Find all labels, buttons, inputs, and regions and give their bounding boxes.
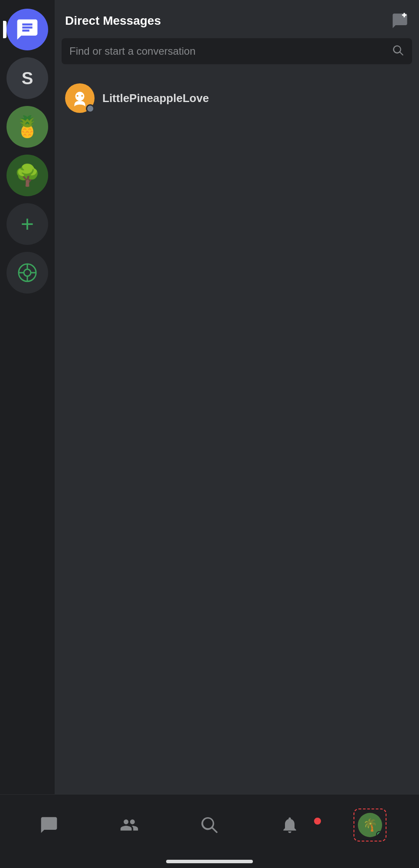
server-icon-pineapple[interactable]: 🍍 — [7, 106, 48, 148]
search-icon — [392, 44, 404, 58]
svg-point-7 — [77, 95, 79, 97]
server-icon-s[interactable]: S — [7, 57, 48, 99]
svg-point-8 — [81, 95, 83, 97]
bottom-nav-home[interactable] — [9, 811, 89, 839]
svg-point-6 — [75, 92, 85, 101]
dm-panel-header: Direct Messages — [55, 0, 419, 38]
bottom-nav-search[interactable] — [169, 811, 249, 839]
profile-badge-wrap: 🌴 — [354, 809, 386, 842]
home-bar — [166, 860, 253, 863]
page-title: Direct Messages — [65, 14, 161, 28]
bottom-nav-friends[interactable] — [89, 811, 169, 839]
server-icon-add[interactable]: + — [7, 203, 48, 245]
search-input[interactable] — [69, 45, 387, 57]
dm-username: LittlePineappleLove — [102, 92, 209, 105]
search-bar[interactable] — [62, 38, 412, 64]
notification-badge — [313, 816, 322, 826]
dm-panel: Direct Messages — [55, 0, 419, 794]
bottom-nav: 🌴 — [0, 794, 419, 855]
profile-online-indicator — [376, 831, 382, 837]
dm-avatar-wrap — [65, 83, 95, 113]
dm-list-item[interactable]: LittlePineappleLove — [58, 76, 416, 120]
profile-avatar: 🌴 — [358, 813, 382, 837]
dm-list: LittlePineappleLove — [55, 73, 419, 794]
home-indicator — [0, 855, 419, 868]
status-badge — [86, 104, 95, 113]
new-dm-button[interactable] — [391, 12, 409, 30]
server-icon-tree[interactable]: 🌳 — [7, 155, 48, 196]
bottom-nav-profile[interactable]: 🌴 — [330, 804, 410, 846]
server-icon-discover[interactable] — [7, 252, 48, 294]
server-list: S 🍍 🌳 + — [0, 0, 55, 794]
server-icon-dm-home[interactable] — [7, 9, 48, 50]
svg-point-1 — [24, 269, 31, 276]
bottom-nav-notifications[interactable] — [250, 811, 330, 839]
